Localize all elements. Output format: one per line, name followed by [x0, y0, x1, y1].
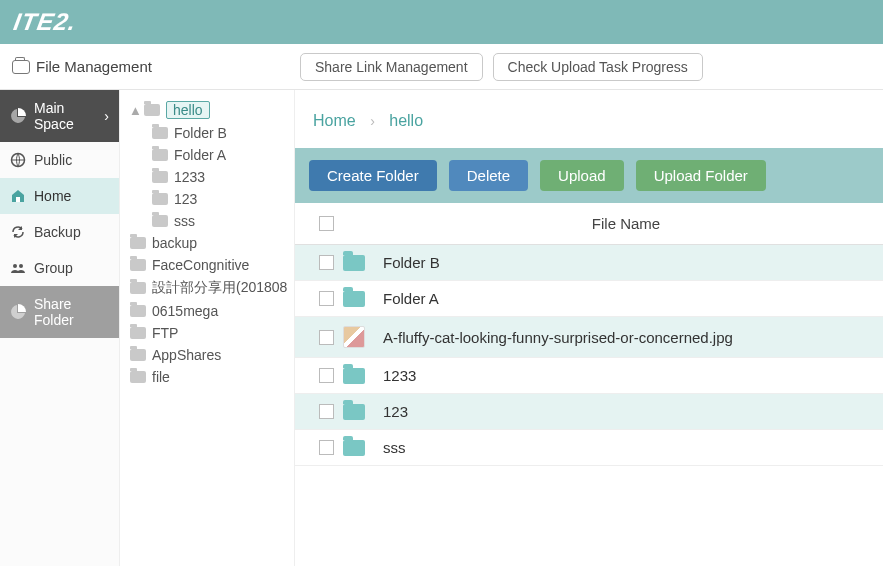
create-folder-button[interactable]: Create Folder	[309, 160, 437, 191]
folder-icon	[152, 193, 168, 205]
tree-item[interactable]: FaceCongnitive	[126, 254, 294, 276]
row-checkbox[interactable]	[309, 330, 343, 345]
tree-item[interactable]: Folder B	[126, 122, 294, 144]
table-header: File Name	[295, 203, 883, 245]
globe-icon	[10, 152, 26, 168]
tree-item[interactable]: 設計部分享用(201808	[126, 276, 294, 300]
row-icon	[343, 291, 383, 307]
tree-label: 1233	[174, 169, 205, 185]
folder-icon	[130, 349, 146, 361]
refresh-icon	[10, 224, 26, 240]
nav-label: Home	[34, 188, 71, 204]
nav-backup[interactable]: Backup	[0, 214, 119, 250]
checkbox-icon	[319, 440, 334, 455]
tree-label: FaceCongnitive	[152, 257, 249, 273]
tree-label: 123	[174, 191, 197, 207]
nav-main-space[interactable]: Main Space ›	[0, 90, 119, 142]
share-link-management-button[interactable]: Share Link Management	[300, 53, 483, 81]
row-checkbox[interactable]	[309, 291, 343, 306]
folder-outline-icon	[12, 60, 30, 74]
checkbox-icon	[319, 216, 334, 231]
brand-logo: ITE2.	[12, 8, 79, 36]
file-management-label: File Management	[36, 58, 152, 75]
tree-item[interactable]: 0615mega	[126, 300, 294, 322]
upload-button[interactable]: Upload	[540, 160, 624, 191]
row-icon	[343, 440, 383, 456]
file-table: File Name Folder BFolder AA-fluffy-cat-l…	[295, 203, 883, 566]
nav-label: Share Folder	[34, 296, 109, 328]
table-row[interactable]: Folder A	[295, 281, 883, 317]
delete-button[interactable]: Delete	[449, 160, 528, 191]
checkbox-icon	[319, 291, 334, 306]
table-row[interactable]: A-fluffy-cat-looking-funny-surprised-or-…	[295, 317, 883, 358]
folder-icon	[343, 291, 365, 307]
check-upload-progress-button[interactable]: Check Upload Task Progress	[493, 53, 703, 81]
topbar: ITE2.	[0, 0, 883, 44]
svg-point-2	[19, 264, 23, 268]
folder-icon	[130, 327, 146, 339]
svg-point-1	[13, 264, 17, 268]
folder-icon	[343, 440, 365, 456]
select-all[interactable]	[309, 216, 343, 231]
tree-item[interactable]: 1233	[126, 166, 294, 188]
checkbox-icon	[319, 255, 334, 270]
tree-item[interactable]: AppShares	[126, 344, 294, 366]
tree-item[interactable]: sss	[126, 210, 294, 232]
nav-public[interactable]: Public	[0, 142, 119, 178]
group-icon	[10, 260, 26, 276]
header-buttons: Share Link Management Check Upload Task …	[300, 53, 703, 81]
nav-label: Public	[34, 152, 72, 168]
nav-share-folder[interactable]: Share Folder	[0, 286, 119, 338]
main-layout: Main Space › Public Home Backup Group Sh…	[0, 90, 883, 566]
tree-item[interactable]: Folder A	[126, 144, 294, 166]
tree-label: AppShares	[152, 347, 221, 363]
breadcrumb-current[interactable]: hello	[389, 112, 423, 129]
checkbox-icon	[319, 368, 334, 383]
table-row[interactable]: 123	[295, 394, 883, 430]
tree-label: hello	[166, 101, 210, 119]
row-checkbox[interactable]	[309, 255, 343, 270]
col-filename[interactable]: File Name	[383, 215, 869, 232]
sub-header: File Management Share Link Management Ch…	[0, 44, 883, 90]
file-name: 1233	[383, 367, 869, 384]
table-row[interactable]: 1233	[295, 358, 883, 394]
main-panel: Home › hello Create Folder Delete Upload…	[295, 90, 883, 566]
folder-icon	[130, 282, 146, 294]
tree-item[interactable]: 123	[126, 188, 294, 210]
tree-item[interactable]: FTP	[126, 322, 294, 344]
checkbox-icon	[319, 404, 334, 419]
tree-label: Folder B	[174, 125, 227, 141]
row-checkbox[interactable]	[309, 404, 343, 419]
image-thumbnail-icon	[343, 326, 365, 348]
chevron-down-icon: ▶	[129, 106, 140, 114]
upload-folder-button[interactable]: Upload Folder	[636, 160, 766, 191]
folder-icon	[343, 255, 365, 271]
file-management-title[interactable]: File Management	[12, 58, 292, 75]
chevron-right-icon: ›	[370, 113, 375, 129]
nav-home[interactable]: Home	[0, 178, 119, 214]
table-row[interactable]: Folder B	[295, 245, 883, 281]
folder-icon	[343, 368, 365, 384]
tree-item[interactable]: backup	[126, 232, 294, 254]
folder-tree: ▶ hello Folder BFolder A1233123sss backu…	[120, 90, 295, 566]
chevron-right-icon: ›	[104, 108, 109, 124]
row-icon	[343, 404, 383, 420]
nav-label: Group	[34, 260, 73, 276]
breadcrumb-home[interactable]: Home	[313, 112, 356, 129]
left-nav: Main Space › Public Home Backup Group Sh…	[0, 90, 120, 566]
tree-label: sss	[174, 213, 195, 229]
table-row[interactable]: sss	[295, 430, 883, 466]
tree-item[interactable]: file	[126, 366, 294, 388]
tree-label: FTP	[152, 325, 178, 341]
row-checkbox[interactable]	[309, 368, 343, 383]
tree-label: 設計部分享用(201808	[152, 279, 287, 297]
tree-root-hello[interactable]: ▶ hello	[126, 98, 294, 122]
tree-label: backup	[152, 235, 197, 251]
nav-group[interactable]: Group	[0, 250, 119, 286]
tree-label: 0615mega	[152, 303, 218, 319]
folder-icon	[130, 371, 146, 383]
row-checkbox[interactable]	[309, 440, 343, 455]
pie-icon	[10, 108, 26, 124]
nav-label: Backup	[34, 224, 81, 240]
folder-icon	[152, 127, 168, 139]
